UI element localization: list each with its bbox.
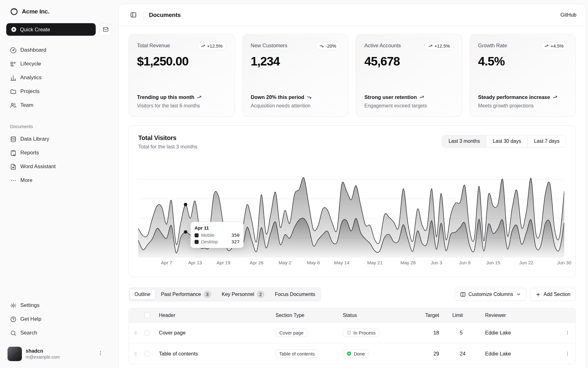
range-last-3-months[interactable]: Last 3 months <box>442 135 486 147</box>
inbox-button[interactable] <box>99 23 112 36</box>
row-reviewer[interactable]: Eddie Lake <box>483 351 559 357</box>
sidebar-item-dashboard[interactable]: Dashboard <box>6 43 112 57</box>
search-icon <box>10 330 17 336</box>
customize-columns-label: Customize Columns <box>469 292 513 297</box>
row-menu-icon[interactable] <box>562 351 573 356</box>
customize-columns-button[interactable]: Customize Columns <box>455 288 526 301</box>
card-label: Active Accounts <box>364 42 401 49</box>
sidebar-item-projects[interactable]: Projects <box>6 85 112 98</box>
range-last-7-days[interactable]: Last 7 days <box>527 135 566 147</box>
tab-outline[interactable]: Outline <box>129 289 155 300</box>
add-section-button[interactable]: Add Section <box>530 288 576 301</box>
card-description: Meets growth projections <box>478 103 568 109</box>
gear-icon <box>10 302 17 309</box>
avatar <box>8 347 22 361</box>
database-icon <box>10 136 17 143</box>
card-description: Acquisition needs attention <box>251 103 340 109</box>
trend-up-icon <box>201 44 205 48</box>
trend-up-icon <box>419 95 424 100</box>
table-row[interactable]: Table of contents Table of contents Done… <box>129 343 575 364</box>
metric-card-0: Total Revenue +12.5% $1,250.00 Trending … <box>129 34 235 117</box>
sidebar-item-analytics[interactable]: Analytics <box>6 71 112 85</box>
row-menu-icon[interactable] <box>562 330 573 335</box>
drag-handle-icon[interactable] <box>131 330 139 335</box>
divider <box>144 11 144 19</box>
tooltip-row: Mobile 350 <box>195 233 240 238</box>
github-link[interactable]: GitHub <box>560 12 576 18</box>
row-checkbox[interactable] <box>144 330 150 336</box>
row-target[interactable]: 29 <box>414 351 450 357</box>
plus-icon <box>535 292 541 297</box>
tab-past-performance[interactable]: Past Performance3 <box>156 288 216 301</box>
tab-key-personnel[interactable]: Key Personnel2 <box>217 288 269 301</box>
sidebar-item-label: Search <box>20 330 37 336</box>
user-menu-row[interactable]: shadcn m@example.com <box>6 344 112 361</box>
sidebar-item-data-library[interactable]: Data Library <box>6 132 112 146</box>
quick-create-button[interactable]: Quick Create <box>6 23 96 36</box>
sidebar-item-label: Settings <box>20 302 39 308</box>
sidebar-item-get-help[interactable]: Get Help <box>6 312 112 326</box>
users-icon <box>10 102 17 109</box>
tooltip-date: Apr 11 <box>195 225 240 231</box>
x-tick-label: Apr 19 <box>212 260 234 265</box>
lifecycle-icon <box>10 61 17 67</box>
trend-up-icon <box>428 44 433 48</box>
brand[interactable]: Acme Inc. <box>6 6 112 16</box>
sidebar-item-more[interactable]: More <box>6 174 112 187</box>
trend-badge: +12.5% <box>197 42 226 50</box>
row-target[interactable]: 18 <box>414 330 450 336</box>
sidebar: Acme Inc. Quick Create Dashboard Lifecyc… <box>0 0 118 368</box>
series-value: 350 <box>231 233 240 238</box>
user-email: m@example.com <box>26 355 60 360</box>
x-tick-label: Jun 15 <box>482 260 504 265</box>
tab-focus-documents[interactable]: Focus Documents <box>270 289 320 300</box>
x-tick-label: Jun 22 <box>515 260 537 265</box>
table-header-row: Header Section Type Status Target Limit … <box>129 308 575 323</box>
metric-card-3: Growth Rate +4.5% 4.5% Steady performanc… <box>470 34 576 117</box>
row-header[interactable]: Table of contents <box>156 351 273 357</box>
gauge-icon <box>10 47 17 54</box>
x-tick-label: Apr 26 <box>246 260 267 265</box>
select-all-checkbox[interactable] <box>144 313 150 318</box>
sidebar-item-label: Projects <box>20 88 39 95</box>
table-row[interactable]: Cover page Cover page In Process 18 5 Ed… <box>129 323 575 343</box>
row-checkbox[interactable] <box>144 351 150 356</box>
card-value: 45,678 <box>364 54 454 68</box>
trend-up-icon <box>197 95 201 100</box>
card-label: Total Revenue <box>137 42 170 49</box>
sidebar-item-label: Dashboard <box>20 47 46 53</box>
sidebar-nav-footer: Settings Get Help Search <box>6 298 112 340</box>
sidebar-item-team[interactable]: Team <box>6 98 112 112</box>
trend-up-icon <box>553 95 557 100</box>
card-footnote: Trending up this month <box>137 94 226 101</box>
x-tick-label: Jun 30 <box>553 260 575 265</box>
acme-logo-icon <box>10 8 18 16</box>
sidebar-item-lifecycle[interactable]: Lifecycle <box>6 57 112 71</box>
x-tick-label: May 14 <box>331 260 353 265</box>
main-panel: Documents GitHub Total Revenue +12.5% $1… <box>118 4 586 368</box>
row-limit[interactable]: 5 <box>450 330 483 336</box>
mail-icon <box>103 26 109 33</box>
trend-down-icon <box>319 44 324 48</box>
sidebar-item-settings[interactable]: Settings <box>6 298 112 312</box>
section-type-badge: Cover page <box>276 329 307 337</box>
status-badge: In Process <box>343 329 379 337</box>
sidebar-item-search[interactable]: Search <box>6 326 112 340</box>
row-reviewer[interactable]: Eddie Lake <box>483 330 559 336</box>
range-last-30-days[interactable]: Last 30 days <box>486 135 527 147</box>
help-circle-icon <box>10 316 17 323</box>
sidebar-item-reports[interactable]: Reports <box>6 146 112 160</box>
drag-handle-icon[interactable] <box>131 351 139 356</box>
x-tick-label: Apr 13 <box>184 260 206 265</box>
row-header[interactable]: Cover page <box>156 330 273 336</box>
column-limit: Limit <box>450 313 483 318</box>
sidebar-toggle-button[interactable] <box>128 10 139 20</box>
sidebar-item-word-assistant[interactable]: Word Assistant <box>6 160 112 174</box>
sidebar-item-label: Lifecycle <box>20 61 41 67</box>
visitors-chart-panel: Total Visitors Total for the last 3 mont… <box>129 125 576 277</box>
area-chart[interactable]: Apr 7Apr 13Apr 19Apr 26May 2May 8May 14M… <box>138 160 566 267</box>
row-limit[interactable]: 24 <box>450 351 483 357</box>
status-badge: Done <box>343 350 369 358</box>
trend-down-icon <box>307 95 312 100</box>
more-vertical-icon[interactable] <box>98 350 103 356</box>
